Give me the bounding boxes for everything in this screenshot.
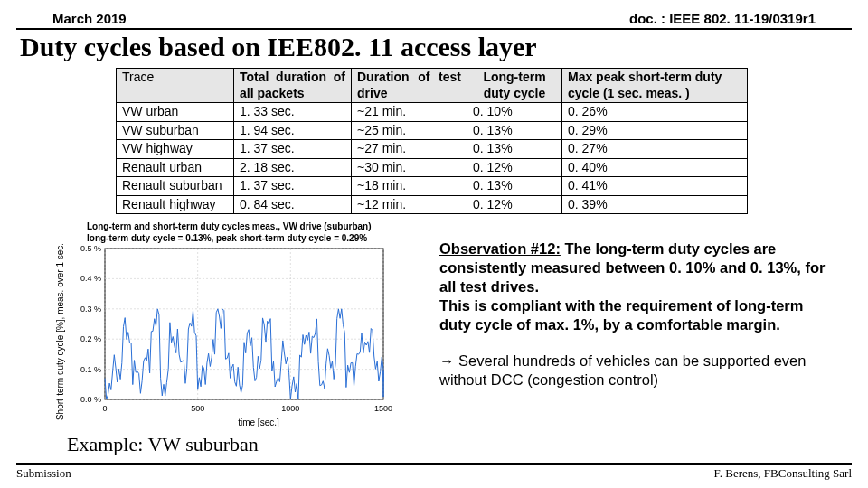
svg-text:1000: 1000 xyxy=(281,404,299,413)
page-title: Duty cycles based on IEE802. 11 access l… xyxy=(16,32,852,62)
svg-text:500: 500 xyxy=(191,404,204,413)
th-lt: Long-term duty cycle xyxy=(467,69,562,103)
header-bar: March 2019 doc. : IEEE 802. 11-19/0319r1 xyxy=(16,11,852,28)
table-row: Renault highway 0. 84 sec. ~12 min. 0. 1… xyxy=(117,195,748,214)
table-row: Renault urban 2. 18 sec. ~30 min. 0. 12%… xyxy=(117,158,748,177)
duty-cycle-table: Trace Total duration of all packets Dura… xyxy=(116,68,748,214)
chart-ylabel: Short-term duty cycle [%], meas. over 1 … xyxy=(55,242,65,419)
table-row: VW urban 1. 33 sec. ~21 min. 0. 10% 0. 2… xyxy=(117,103,748,122)
footer-left: Submission xyxy=(16,466,71,481)
table-header-row: Trace Total duration of all packets Dura… xyxy=(117,69,748,103)
chart-supertitle: Long-term and short-term duty cycles mea… xyxy=(87,221,430,231)
footer-right: F. Berens, FBConsulting Sarl xyxy=(714,466,852,481)
th-total: Total duration of all packets xyxy=(234,69,352,103)
svg-text:0.0 %: 0.0 % xyxy=(80,395,101,404)
table-row: VW suburban 1. 94 sec. ~25 min. 0. 13% 0… xyxy=(117,121,748,140)
observation-label: Observation #12: xyxy=(439,240,561,257)
date-label: March 2019 xyxy=(52,11,127,26)
svg-text:0.5 %: 0.5 % xyxy=(80,244,101,253)
svg-text:0.1 %: 0.1 % xyxy=(80,365,101,374)
svg-text:0: 0 xyxy=(102,404,107,413)
chart-subtitle: long-term duty cycle = 0.13%, peak short… xyxy=(87,233,430,243)
bottom-rule xyxy=(16,463,852,465)
svg-text:0.3 %: 0.3 % xyxy=(80,305,101,314)
table-row: Renault suburban 1. 37 sec. ~18 min. 0. … xyxy=(117,177,748,196)
svg-text:0.4 %: 0.4 % xyxy=(80,274,101,283)
svg-text:1500: 1500 xyxy=(374,404,392,413)
th-peak: Max peak short-term duty cycle (1 sec. m… xyxy=(562,69,748,103)
doc-number: doc. : IEEE 802. 11-19/0319r1 xyxy=(629,11,816,26)
top-rule xyxy=(16,28,852,30)
chart-caption: Example: VW suburban xyxy=(67,433,430,456)
table-row: VW highway 1. 37 sec. ~27 min. 0. 13% 0.… xyxy=(117,140,748,159)
arrow-icon: → xyxy=(439,352,455,369)
svg-rect-0 xyxy=(105,249,383,399)
observation-conclusion: Several hundreds of vehicles can be supp… xyxy=(439,352,806,388)
svg-text:0.2 %: 0.2 % xyxy=(80,334,101,343)
duty-cycle-chart: 0.5 %0.4 %0.3 %0.2 %0.1 %0.0 %0500100015… xyxy=(67,243,392,419)
footer-bar: Submission F. Berens, FBConsulting Sarl xyxy=(16,466,852,481)
observation-text-2: This is compliant with the requirement o… xyxy=(439,296,835,334)
th-drive: Duration of test drive xyxy=(352,69,467,103)
th-trace: Trace xyxy=(117,69,234,103)
observation-block: Observation #12: The long-term duty cycl… xyxy=(430,220,852,389)
chart-block: Long-term and short-term duty cycles mea… xyxy=(16,220,430,456)
